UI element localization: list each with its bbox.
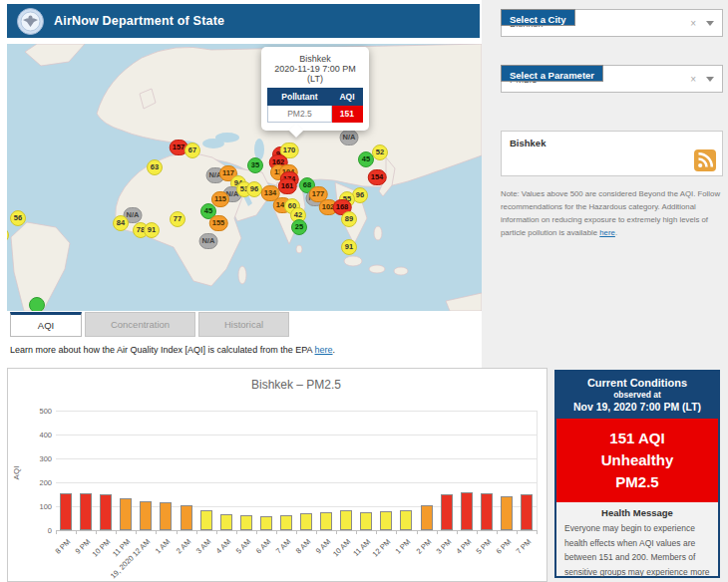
popup-datetime: 2020-11-19 7:00 PM bbox=[267, 64, 363, 74]
map-marker[interactable]: 56 bbox=[10, 210, 26, 226]
map-marker[interactable]: 91 bbox=[144, 222, 160, 238]
observed-at-label: observed at bbox=[560, 390, 714, 400]
aqi-bar[interactable] bbox=[80, 493, 92, 530]
note-here-link[interactable]: here bbox=[599, 228, 615, 237]
aqi-bar[interactable] bbox=[100, 494, 112, 530]
current-conditions-panel: Current Conditions observed at Nov 19, 2… bbox=[554, 370, 720, 578]
y-tick-label: 300 bbox=[16, 454, 52, 463]
x-tick bbox=[296, 530, 297, 534]
aqi-bar[interactable] bbox=[380, 511, 392, 530]
map-marker[interactable]: 84 bbox=[113, 215, 129, 231]
parameter-dropdown-caret-icon[interactable] bbox=[706, 77, 714, 82]
y-tick-label: 0 bbox=[16, 526, 52, 535]
x-tick bbox=[177, 530, 178, 534]
aqi-bar[interactable] bbox=[60, 493, 72, 530]
x-tick bbox=[256, 530, 257, 534]
aqi-bar[interactable] bbox=[160, 502, 172, 530]
city-panel-title: Select a City bbox=[501, 9, 575, 26]
city-panel: Select a City Bishkek × bbox=[501, 9, 723, 37]
world-aqi-map[interactable]: 5646315767N/A77847891N/A11794N/A53961154… bbox=[7, 44, 482, 311]
map-marker[interactable]: N/A bbox=[340, 130, 359, 146]
aqi-bar[interactable] bbox=[521, 494, 533, 530]
aqi-bar[interactable] bbox=[400, 510, 412, 530]
aqi-bar[interactable] bbox=[181, 505, 192, 530]
aqi-value: 151 AQI bbox=[560, 428, 714, 449]
city-clear-icon[interactable]: × bbox=[690, 18, 696, 29]
aqi-bar[interactable] bbox=[421, 505, 433, 530]
aqi-bar-chart: Bishkek – PM2.5 AQI 01002003004005008 PM… bbox=[7, 368, 547, 582]
map-marker[interactable]: 96 bbox=[246, 181, 262, 197]
tab-concentration[interactable]: Concentration bbox=[85, 312, 195, 337]
aqi-bar[interactable] bbox=[260, 516, 272, 530]
popup-city: Bishkek bbox=[267, 54, 363, 64]
popup-col-pollutant: Pollutant bbox=[268, 89, 332, 106]
gridline bbox=[56, 482, 537, 483]
x-tick bbox=[376, 530, 377, 534]
aqi-bar[interactable] bbox=[340, 510, 352, 530]
map-marker[interactable]: 25 bbox=[291, 219, 307, 235]
x-tick bbox=[336, 530, 337, 534]
y-tick-label: 500 bbox=[16, 407, 52, 416]
plot-right-border bbox=[537, 411, 538, 530]
current-conditions-title: Current Conditions bbox=[560, 377, 714, 389]
aqi-bar[interactable] bbox=[200, 510, 212, 530]
x-tick bbox=[316, 530, 317, 534]
learn-more-here-link[interactable]: here bbox=[315, 345, 333, 355]
gridline bbox=[56, 458, 537, 459]
aqi-bar[interactable] bbox=[481, 493, 493, 530]
app-header: AirNow Department of State bbox=[7, 4, 480, 38]
city-dropdown-caret-icon[interactable] bbox=[706, 21, 714, 26]
aqi-bar[interactable] bbox=[140, 501, 152, 530]
aqi-bar[interactable] bbox=[120, 498, 132, 530]
map-marker[interactable]: 154 bbox=[368, 169, 387, 185]
aqi-bar[interactable] bbox=[360, 512, 372, 530]
map-marker[interactable]: N/A bbox=[199, 233, 218, 249]
x-tick bbox=[196, 530, 197, 534]
note-period: . bbox=[615, 228, 617, 237]
popup-table: Pollutant AQI PM2.5 151 bbox=[267, 88, 363, 123]
learn-more-period: . bbox=[333, 345, 336, 355]
map-popup: Bishkek 2020-11-19 7:00 PM (LT) Pollutan… bbox=[261, 47, 369, 131]
aqi-bar[interactable] bbox=[300, 513, 312, 530]
map-marker[interactable]: 161 bbox=[278, 178, 297, 194]
x-tick bbox=[216, 530, 217, 534]
health-message-title: Health Message bbox=[564, 507, 710, 518]
map-marker[interactable]: 77 bbox=[170, 211, 185, 227]
rss-feed-icon[interactable] bbox=[694, 149, 716, 171]
x-tick bbox=[96, 530, 97, 534]
x-tick bbox=[537, 530, 538, 534]
learn-more-line: Learn more about how the Air Quality Ind… bbox=[10, 345, 335, 355]
aqi-bar[interactable] bbox=[461, 492, 473, 530]
aqi-bar[interactable] bbox=[220, 514, 232, 530]
map-marker[interactable]: 89 bbox=[341, 211, 357, 227]
map-marker[interactable]: 52 bbox=[372, 145, 388, 160]
map-marker[interactable] bbox=[29, 297, 45, 311]
health-message-section: Health Message Everyone may begin to exp… bbox=[556, 502, 718, 582]
aqi-category: Unhealthy bbox=[560, 449, 714, 471]
learn-more-text: Learn more about how the Air Quality Ind… bbox=[10, 345, 315, 355]
x-tick bbox=[56, 530, 57, 534]
popup-aqi-value: 151 bbox=[331, 106, 362, 123]
map-marker[interactable]: 155 bbox=[209, 215, 228, 231]
x-tick bbox=[497, 530, 498, 534]
map-marker[interactable]: 35 bbox=[247, 157, 263, 173]
x-tick bbox=[417, 530, 418, 534]
department-of-state-seal-icon bbox=[17, 8, 44, 35]
aqi-bar[interactable] bbox=[441, 494, 453, 530]
current-conditions-header: Current Conditions observed at Nov 19, 2… bbox=[556, 372, 718, 419]
health-message-text: Everyone may begin to experience health … bbox=[564, 521, 710, 582]
aqi-bar[interactable] bbox=[501, 496, 513, 530]
chart-title: Bishkek – PM2.5 bbox=[56, 378, 537, 392]
aqi-bar[interactable] bbox=[320, 512, 332, 530]
feed-city-label: Bishkek bbox=[510, 138, 714, 148]
map-marker[interactable]: 63 bbox=[147, 159, 163, 175]
map-marker[interactable]: 91 bbox=[341, 239, 357, 255]
tab-aqi[interactable]: AQI bbox=[10, 312, 82, 337]
tab-bar: AQI Concentration Historical bbox=[10, 312, 289, 337]
aqi-bar[interactable] bbox=[240, 515, 252, 530]
parameter-clear-icon[interactable]: × bbox=[690, 74, 696, 85]
map-marker[interactable]: 67 bbox=[184, 143, 200, 158]
tab-historical[interactable]: Historical bbox=[198, 312, 289, 337]
x-tick bbox=[477, 530, 478, 534]
aqi-bar[interactable] bbox=[280, 515, 292, 530]
